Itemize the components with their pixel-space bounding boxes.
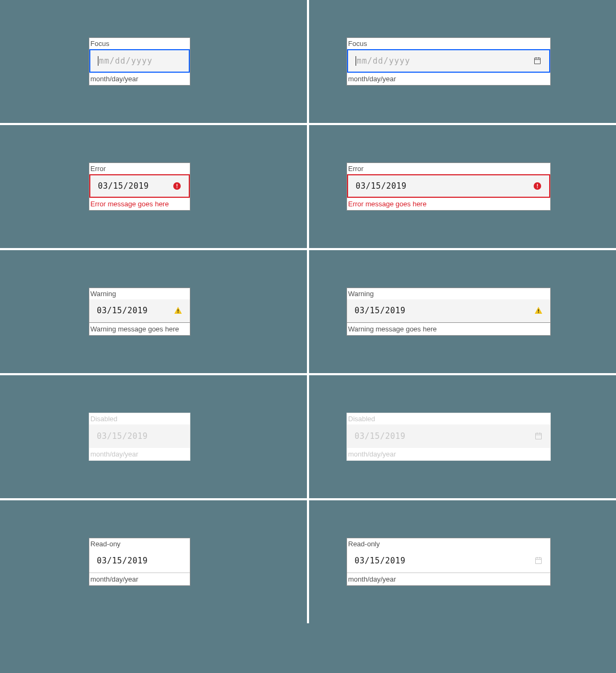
svg-rect-7 [178, 312, 178, 313]
warning-message: Warning message goes here [89, 323, 190, 336]
date-input-readonly-wide: Read-only 03/15/2019 month/day/year [346, 538, 551, 586]
svg-rect-5 [537, 187, 537, 188]
calendar-icon[interactable] [533, 57, 542, 65]
date-input: 03/15/2019 [347, 424, 550, 448]
date-input: 03/15/2019 [89, 424, 190, 448]
date-input-readonly-narrow: Read-ony 03/15/2019 month/day/year [89, 538, 190, 586]
calendar-icon [534, 432, 543, 440]
date-input-warning-wide: Warning 03/15/2019 Warning message goes … [346, 288, 551, 336]
date-input-disabled-narrow: Disabled 03/15/2019 month/day/year [89, 413, 190, 461]
input-value: 03/15/2019 [98, 181, 167, 191]
warning-message: Warning message goes here [347, 323, 550, 336]
field-label: Warning [347, 288, 550, 299]
field-label: Disabled [89, 413, 190, 424]
input-value: 03/15/2019 [355, 306, 529, 315]
error-filled-icon [533, 182, 542, 190]
cell-warning-narrow: Warning 03/15/2019 Warning message goes … [0, 250, 307, 373]
svg-rect-8 [538, 310, 538, 312]
field-label: Warning [89, 288, 190, 299]
input-value: 03/15/2019 [355, 431, 529, 441]
cell-readonly-narrow: Read-ony 03/15/2019 month/day/year [0, 500, 307, 623]
cell-warning-wide: Warning 03/15/2019 Warning message goes … [309, 250, 616, 373]
date-input: 03/15/2019 [89, 550, 190, 573]
input-value: 03/15/2019 [356, 181, 528, 191]
field-label: Focus [89, 38, 190, 49]
date-input[interactable]: mm/dd/yyyy [347, 49, 550, 73]
cell-disabled-narrow: Disabled 03/15/2019 month/day/year [0, 375, 307, 498]
svg-rect-1 [176, 184, 177, 187]
helper-text: month/day/year [89, 448, 190, 461]
date-input-warning-narrow: Warning 03/15/2019 Warning message goes … [89, 288, 190, 336]
error-filled-icon [173, 182, 181, 190]
date-input[interactable]: 03/15/2019 [347, 174, 550, 198]
helper-text: month/day/year [347, 73, 550, 86]
date-input[interactable]: 03/15/2019 [89, 299, 190, 323]
date-input[interactable]: 03/15/2019 [347, 299, 550, 323]
field-label: Read-only [347, 538, 550, 550]
cell-readonly-wide: Read-only 03/15/2019 month/day/year [309, 500, 616, 623]
date-input-focus-wide: Focus mm/dd/yyyy month/day/year [346, 37, 551, 86]
calendar-icon [534, 556, 543, 565]
warning-filled-icon [534, 306, 543, 315]
svg-rect-6 [178, 310, 178, 312]
date-input-focus-narrow: Focus mm/dd/yyyy month/day/year [89, 37, 190, 86]
helper-text: month/day/year [347, 448, 550, 461]
input-value: 03/15/2019 [97, 556, 182, 566]
states-grid: Focus mm/dd/yyyy month/day/year Focus mm… [0, 0, 616, 623]
helper-text: month/day/year [89, 73, 190, 86]
input-value: 03/15/2019 [355, 556, 529, 566]
field-label: Error [347, 163, 550, 174]
cell-error-narrow: Error 03/15/2019 Error message goes here [0, 125, 307, 248]
svg-rect-4 [537, 184, 537, 187]
cell-error-wide: Error 03/15/2019 Error message goes here [309, 125, 616, 248]
date-input: 03/15/2019 [347, 550, 550, 573]
field-label: Focus [347, 38, 550, 49]
error-message: Error message goes here [347, 198, 550, 211]
date-input[interactable]: 03/15/2019 [89, 174, 190, 198]
input-placeholder: mm/dd/yyyy [356, 56, 528, 66]
date-input-disabled-wide: Disabled 03/15/2019 month/day/year [346, 413, 551, 461]
warning-filled-icon [174, 306, 182, 315]
field-label: Read-ony [89, 538, 190, 550]
input-value: 03/15/2019 [97, 306, 168, 315]
date-input[interactable]: mm/dd/yyyy [89, 49, 190, 73]
input-value: 03/15/2019 [97, 431, 182, 441]
svg-rect-2 [176, 187, 177, 188]
cell-disabled-wide: Disabled 03/15/2019 month/day/year [309, 375, 616, 498]
helper-text: month/day/year [89, 573, 190, 586]
field-label: Disabled [347, 413, 550, 424]
date-input-error-narrow: Error 03/15/2019 Error message goes here [89, 163, 190, 211]
cell-focus-wide: Focus mm/dd/yyyy month/day/year [309, 0, 616, 123]
svg-rect-9 [538, 312, 538, 313]
field-label: Error [89, 163, 190, 174]
cell-focus-narrow: Focus mm/dd/yyyy month/day/year [0, 0, 307, 123]
date-input-error-wide: Error 03/15/2019 Error message goes here [346, 163, 551, 211]
helper-text: month/day/year [347, 573, 550, 586]
error-message: Error message goes here [89, 198, 190, 211]
input-placeholder: mm/dd/yyyy [98, 56, 181, 66]
